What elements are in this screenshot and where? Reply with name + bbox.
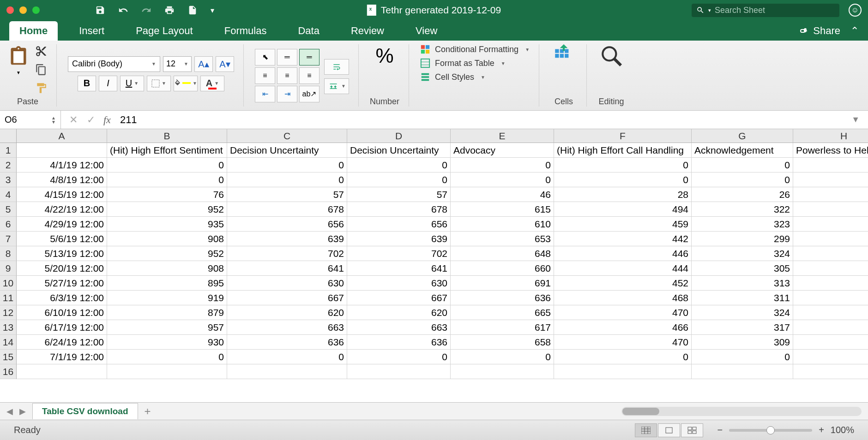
cell[interactable]: 295 [793,276,868,291]
cell[interactable]: 952 [107,202,227,217]
merge-button[interactable]: ▼ [324,78,349,94]
copy-icon[interactable] [35,64,47,76]
cell[interactable]: 324 [692,305,793,320]
cell[interactable]: 6/24/19 12:00 [17,335,107,350]
tab-view[interactable]: View [405,21,447,41]
cell[interactable] [17,143,107,158]
cell[interactable]: 295 [793,202,868,217]
cell[interactable]: 297 [793,305,868,320]
tab-formulas[interactable]: Formulas [214,21,277,41]
cell[interactable]: 46 [451,187,554,202]
cell[interactable]: 26 [692,187,793,202]
sheet-nav-next-icon[interactable]: ▶ [19,406,26,416]
cell[interactable] [227,364,347,379]
accept-formula-icon[interactable]: ✓ [87,114,95,126]
align-left[interactable]: ≡ [255,67,275,84]
column-header[interactable]: E [451,129,554,143]
cell[interactable]: 288 [793,246,868,261]
cell[interactable]: 930 [107,335,227,350]
cell[interactable]: 656 [227,217,347,232]
collapse-ribbon-icon[interactable]: ⌃ [850,25,859,37]
cell[interactable]: 908 [107,261,227,276]
cell[interactable]: 310 [793,335,868,350]
increase-font-icon[interactable]: A▴ [194,56,213,72]
cell[interactable]: (Hit) High Effort Sentiment [107,143,227,158]
cancel-formula-icon[interactable]: ✕ [69,114,78,126]
cell[interactable]: 57 [347,187,451,202]
cell[interactable]: 0 [227,158,347,172]
cell[interactable] [554,364,692,379]
cell[interactable]: 310 [793,320,868,335]
cell[interactable]: 4/29/19 12:00 [17,217,107,232]
cell[interactable]: Powerless to Help [793,143,868,158]
cell[interactable] [17,364,107,379]
feedback-icon[interactable]: ☺ [849,4,862,17]
column-header[interactable]: A [17,129,107,143]
borders-button[interactable]: ▼ [147,76,171,91]
percent-icon[interactable]: % [375,44,393,67]
cell[interactable]: 4/22/19 12:00 [17,202,107,217]
minimize-window-icon[interactable] [19,6,27,14]
qat-dropdown-icon[interactable]: ▾ [211,6,214,15]
cell[interactable]: Advocacy [451,143,554,158]
cell[interactable]: 630 [347,276,451,291]
cell[interactable]: 5/27/19 12:00 [17,276,107,291]
zoom-out-icon[interactable]: − [717,425,723,435]
cell[interactable]: 313 [692,276,793,291]
cell[interactable]: 663 [347,320,451,335]
font-color-button[interactable]: A▼ [200,76,224,91]
cell[interactable]: 5/13/19 12:00 [17,246,107,261]
redo-icon[interactable] [141,5,151,15]
row-header[interactable]: 4 [0,187,17,202]
cell[interactable]: Acknowledgement [692,143,793,158]
close-window-icon[interactable] [6,6,14,14]
cell[interactable]: 0 [554,172,692,187]
cell[interactable]: 4/1/19 12:00 [17,158,107,172]
new-doc-icon[interactable] [187,5,198,15]
row-header[interactable]: 7 [0,232,17,246]
cell[interactable]: 648 [451,246,554,261]
cell[interactable]: 895 [107,276,227,291]
cell[interactable]: 0 [227,350,347,364]
cell[interactable]: 620 [227,305,347,320]
zoom-slider[interactable] [729,429,812,432]
cell[interactable]: 4/8/19 12:00 [17,172,107,187]
row-header[interactable]: 14 [0,335,17,350]
cell[interactable]: 470 [554,335,692,350]
cell[interactable]: 452 [554,276,692,291]
editing-icon[interactable] [598,44,625,67]
cell[interactable]: 57 [227,187,347,202]
name-box-down-icon[interactable]: ▼ [51,120,56,124]
tab-review[interactable]: Review [341,21,394,41]
row-header[interactable]: 12 [0,305,17,320]
expand-formula-icon[interactable]: ▼ [851,115,860,125]
cell[interactable]: 0 [107,158,227,172]
cell[interactable]: 0 [692,350,793,364]
cell[interactable]: 309 [692,335,793,350]
cell[interactable]: 678 [347,202,451,217]
fx-icon[interactable]: fx [103,114,111,126]
view-page-layout-icon[interactable] [658,423,680,437]
orientation-button[interactable]: ab↗ [299,86,319,102]
cell[interactable]: 0 [692,158,793,172]
formula-input[interactable] [117,114,868,126]
cell[interactable]: 7/1/19 12:00 [17,350,107,364]
cell[interactable]: Decision Uncertainty [347,143,451,158]
cell[interactable]: 5/6/19 12:00 [17,232,107,246]
cell[interactable]: 0 [692,172,793,187]
column-header[interactable]: B [107,129,227,143]
italic-button[interactable]: I [99,76,117,91]
column-header[interactable]: D [347,129,451,143]
underline-button[interactable]: U▼ [120,76,144,91]
cell[interactable]: 0 [107,172,227,187]
cell[interactable]: 494 [554,202,692,217]
cell[interactable]: 310 [793,232,868,246]
cell[interactable]: 305 [692,261,793,276]
cell[interactable]: 935 [107,217,227,232]
cell[interactable]: 639 [227,232,347,246]
row-header[interactable]: 10 [0,276,17,291]
column-header[interactable]: C [227,129,347,143]
align-right[interactable]: ≡ [299,67,319,84]
cell[interactable]: 636 [451,291,554,305]
row-header[interactable]: 2 [0,158,17,172]
